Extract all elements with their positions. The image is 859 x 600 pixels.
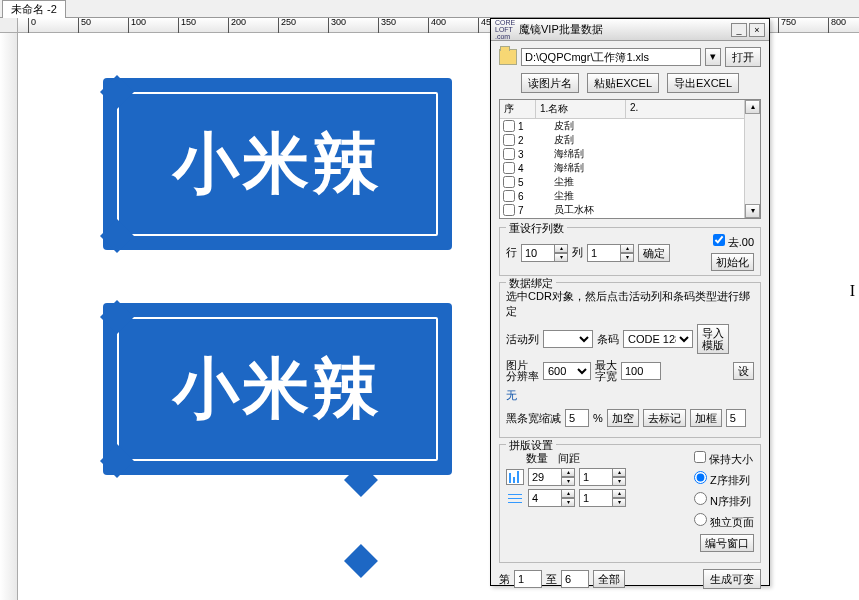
rows-icon: [506, 490, 524, 506]
barcode-label: 条码: [597, 332, 619, 347]
row-checkbox[interactable]: [502, 148, 516, 160]
keep-size-checkbox[interactable]: 保持大小: [694, 451, 753, 467]
sign-object-1[interactable]: 小米辣: [103, 78, 452, 250]
minimize-icon[interactable]: _: [731, 23, 747, 37]
table-row: 1皮刮: [500, 119, 760, 133]
img-res-select[interactable]: 600: [543, 362, 591, 380]
spin-down-icon[interactable]: ▾: [612, 498, 626, 507]
table-row: 7员工水杯: [500, 203, 760, 217]
panel-title: 魔镜VIP批量数据: [519, 22, 727, 37]
export-excel-button[interactable]: 导出EXCEL: [667, 73, 739, 93]
spin-up-icon[interactable]: ▴: [554, 244, 568, 253]
spin-up-icon[interactable]: ▴: [612, 468, 626, 477]
layout-group: 拼版设置 数量 间距 ▴▾ ▴▾ ▴▾ ▴▾: [499, 444, 761, 563]
folder-icon[interactable]: [499, 49, 517, 65]
rows-input[interactable]: [521, 244, 555, 262]
col-index[interactable]: 序: [500, 100, 536, 118]
set-button[interactable]: 设: [733, 362, 754, 380]
spin-up-icon[interactable]: ▴: [561, 468, 575, 477]
row-checkbox[interactable]: [502, 162, 516, 174]
add-space-button[interactable]: 加空: [607, 409, 639, 427]
panel-titlebar[interactable]: CORELOFT.com 魔镜VIP批量数据 _ ×: [491, 19, 769, 41]
confirm-button[interactable]: 确定: [638, 244, 670, 262]
add-frame-button[interactable]: 加框: [690, 409, 722, 427]
panel-logo-icon: CORELOFT.com: [495, 19, 515, 40]
paste-excel-button[interactable]: 粘贴EXCEL: [587, 73, 659, 93]
row-checkbox[interactable]: [502, 120, 516, 132]
row-checkbox[interactable]: [502, 218, 516, 219]
columns-icon: [506, 469, 524, 485]
black-bar-shrink-label: 黑条宽缩减: [506, 411, 561, 426]
gap-label: 间距: [558, 451, 580, 466]
sign-object-2[interactable]: 小米辣: [103, 303, 452, 475]
ruler-corner: [0, 18, 18, 33]
generate-variable-button[interactable]: 生成可变: [703, 569, 761, 589]
black-bar-shrink-input[interactable]: [565, 409, 589, 427]
spin-up-icon[interactable]: ▴: [612, 489, 626, 498]
all-pages-button[interactable]: 全部: [593, 570, 625, 588]
page-to-input[interactable]: [561, 570, 589, 588]
table-header: 序 1.名称 2.: [500, 100, 760, 119]
spin-down-icon[interactable]: ▾: [554, 253, 568, 262]
qty-x-input[interactable]: [528, 468, 562, 486]
data-binding-group: 数据绑定 选中CDR对象，然后点击活动列和条码类型进行绑定 活动列 条码 COD…: [499, 282, 761, 438]
frame-value-input[interactable]: [726, 409, 746, 427]
spin-up-icon[interactable]: ▴: [620, 244, 634, 253]
data-table[interactable]: 序 1.名称 2. 1皮刮 2皮刮 3海绵刮 4海绵刮 5尘推 6尘推 7员工水…: [499, 99, 761, 219]
gap-x-input[interactable]: [579, 468, 613, 486]
cols-label: 列: [572, 245, 583, 260]
scroll-up-icon[interactable]: ▴: [745, 100, 760, 114]
qty-label: 数量: [526, 451, 548, 466]
initialize-button[interactable]: 初始化: [711, 253, 754, 271]
sign-text: 小米辣: [173, 344, 383, 434]
row-checkbox[interactable]: [502, 190, 516, 202]
file-path-input[interactable]: [521, 48, 701, 66]
table-scrollbar[interactable]: ▴ ▾: [744, 100, 760, 218]
img-res-label: 图片 分辨率: [506, 360, 539, 382]
remove-00-checkbox[interactable]: 去.00: [713, 234, 754, 250]
page-from-input[interactable]: [514, 570, 542, 588]
numbering-window-button[interactable]: 编号窗口: [700, 534, 754, 552]
max-width-label: 最大 字宽: [595, 360, 617, 382]
close-icon[interactable]: ×: [749, 23, 765, 37]
gap-y-input[interactable]: [579, 489, 613, 507]
group-label: 重设行列数: [506, 221, 567, 236]
n-order-radio[interactable]: N序排列: [694, 492, 754, 509]
qty-y-input[interactable]: [528, 489, 562, 507]
table-row: 2皮刮: [500, 133, 760, 147]
col-2[interactable]: 2.: [626, 100, 760, 118]
read-image-name-button[interactable]: 读图片名: [521, 73, 579, 93]
active-col-select[interactable]: [543, 330, 593, 348]
reset-rows-cols-group: 重设行列数 行 ▴▾ 列 ▴▾ 确定 去.00 初始化: [499, 227, 761, 276]
table-row: 5尘推: [500, 175, 760, 189]
max-width-input[interactable]: [621, 362, 661, 380]
row-checkbox[interactable]: [502, 134, 516, 146]
z-order-radio[interactable]: Z序排列: [694, 471, 754, 488]
barcode-select[interactable]: CODE 128: [623, 330, 693, 348]
row-checkbox[interactable]: [502, 204, 516, 216]
spin-up-icon[interactable]: ▴: [561, 489, 575, 498]
none-link[interactable]: 无: [506, 388, 517, 403]
scroll-down-icon[interactable]: ▾: [745, 204, 760, 218]
spin-down-icon[interactable]: ▾: [561, 498, 575, 507]
percent-label: %: [593, 412, 603, 424]
file-dropdown-icon[interactable]: ▾: [705, 48, 721, 66]
rows-label: 行: [506, 245, 517, 260]
document-tabs: 未命名 -2: [0, 0, 859, 18]
import-template-button[interactable]: 导入 模版: [697, 324, 729, 354]
spin-down-icon[interactable]: ▾: [561, 477, 575, 486]
spin-down-icon[interactable]: ▾: [612, 477, 626, 486]
page-from-label: 第: [499, 572, 510, 587]
page-to-label: 至: [546, 572, 557, 587]
cols-input[interactable]: [587, 244, 621, 262]
col-name[interactable]: 1.名称: [536, 100, 626, 118]
table-row: 4海绵刮: [500, 161, 760, 175]
spin-down-icon[interactable]: ▾: [620, 253, 634, 262]
text-cursor-icon: I: [850, 282, 855, 300]
remove-mark-button[interactable]: 去标记: [643, 409, 686, 427]
row-checkbox[interactable]: [502, 176, 516, 188]
batch-data-panel: CORELOFT.com 魔镜VIP批量数据 _ × ▾ 打开 读图片名 粘贴E…: [490, 18, 770, 586]
document-tab[interactable]: 未命名 -2: [2, 0, 66, 18]
open-button[interactable]: 打开: [725, 47, 761, 67]
independent-page-radio[interactable]: 独立页面: [694, 513, 754, 530]
